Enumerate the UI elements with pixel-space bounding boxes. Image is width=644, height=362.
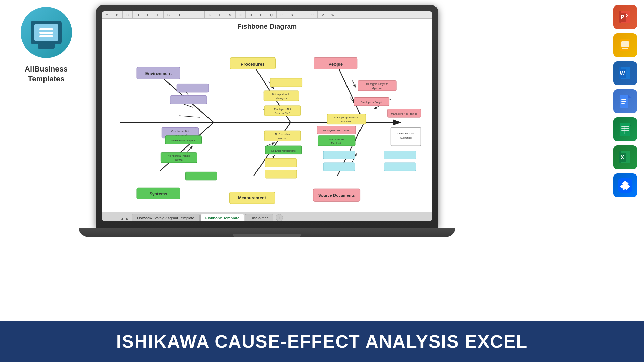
tab-arrow-right[interactable]: ▶: [125, 216, 130, 221]
svg-text:Electronic: Electronic: [331, 142, 342, 145]
col-j: J: [194, 11, 205, 19]
col-h: H: [174, 11, 184, 19]
svg-rect-72: [186, 172, 217, 180]
svg-rect-41: [170, 96, 207, 104]
tab-fishbone[interactable]: Fishbone Template: [200, 214, 244, 221]
laptop-base: [79, 228, 455, 237]
sheet-tabs: ◀ ▶ Oorzaak-GevolgVisgraat Template Fish…: [102, 212, 432, 221]
tab-add-button[interactable]: +: [276, 214, 283, 221]
svg-text:Measurement: Measurement: [238, 196, 266, 201]
tab-arrow-left[interactable]: ◀: [119, 216, 125, 221]
svg-line-18: [187, 146, 193, 153]
svg-line-15: [352, 81, 356, 88]
diagram-area: Fishbone Diagram: [102, 20, 432, 206]
word-icon[interactable]: W: [613, 61, 637, 85]
sheets-icon[interactable]: [613, 117, 637, 141]
col-w: W: [328, 11, 338, 19]
col-m: M: [225, 11, 236, 19]
tab-scroll-arrows[interactable]: ◀ ▶: [119, 216, 130, 221]
col-s: S: [287, 11, 297, 19]
svg-rect-79: [265, 170, 297, 178]
svg-text:Submitted: Submitted: [400, 136, 412, 139]
svg-marker-100: [628, 95, 631, 98]
svg-text:Approve: Approve: [372, 87, 382, 90]
svg-text:No Exception: No Exception: [275, 133, 290, 136]
col-k: K: [205, 11, 215, 19]
svg-rect-86: [323, 163, 355, 171]
svg-rect-110: [621, 130, 629, 131]
svg-text:Cost Impact Not: Cost Impact Not: [171, 130, 189, 133]
laptop-screen: [34, 24, 58, 41]
col-t: T: [297, 11, 307, 19]
right-sidebar: P P W: [613, 5, 637, 197]
col-l: L: [215, 11, 225, 19]
svg-text:Managers: Managers: [276, 96, 287, 100]
svg-text:Employees Not Trained: Employees Not Trained: [323, 129, 350, 132]
svg-text:No Exception Reports: No Exception Reports: [171, 139, 195, 142]
logo-circle: [21, 7, 72, 58]
col-u: U: [307, 11, 318, 19]
laptop-container: A B C D E F G H I J K L M N O P Q: [79, 5, 455, 251]
excel-icon[interactable]: X: [613, 145, 637, 169]
logo-lines: [39, 28, 53, 37]
col-e: E: [143, 11, 153, 19]
svg-rect-94: [622, 48, 628, 49]
col-n: N: [236, 11, 246, 19]
svg-text:Managers Not Trained: Managers Not Trained: [391, 112, 417, 115]
svg-text:P: P: [621, 14, 624, 20]
svg-rect-103: [621, 101, 626, 102]
svg-rect-40: [177, 84, 209, 92]
logo-line-2: [39, 32, 53, 34]
logo-line-1: [39, 28, 53, 30]
col-v: V: [318, 11, 328, 19]
col-c: C: [123, 11, 133, 19]
tab-oorzaak[interactable]: Oorzaak-GevolgVisgraat Template: [132, 214, 200, 221]
svg-rect-102: [621, 99, 626, 100]
svg-text:Tracking: Tracking: [278, 137, 287, 140]
col-f: F: [153, 11, 164, 19]
dropbox-icon[interactable]: [613, 173, 637, 197]
svg-text:X: X: [621, 155, 624, 160]
slides-icon[interactable]: [613, 33, 637, 57]
fishbone-diagram-svg: Environment Procedures People Systems: [106, 32, 428, 206]
bottom-banner: ISHIKAWA CAUSE-EFFECT ANALYSIS EXCEL: [0, 321, 644, 362]
svg-text:Employees Forget: Employees Forget: [361, 101, 382, 104]
svg-text:in PMS: in PMS: [175, 158, 183, 161]
svg-text:Not Important to: Not Important to: [272, 93, 290, 96]
docs-icon[interactable]: [613, 89, 637, 113]
svg-rect-84: [323, 151, 355, 159]
svg-rect-78: [265, 158, 297, 167]
laptop-icon: [31, 21, 62, 44]
col-p: P: [256, 11, 266, 19]
powerpoint-icon[interactable]: P P: [613, 5, 637, 29]
laptop-outer: A B C D E F G H I J K L M N O P Q: [96, 5, 438, 228]
svg-rect-45: [270, 78, 302, 87]
logo-line-3: [39, 35, 53, 37]
svg-rect-107: [620, 123, 630, 136]
svg-rect-83: [384, 151, 416, 159]
svg-text:Not Easy: Not Easy: [341, 120, 352, 123]
svg-text:Managers Forget to: Managers Forget to: [366, 82, 388, 86]
svg-text:No Approval Panels: No Approval Panels: [168, 154, 190, 157]
col-a: A: [102, 11, 112, 19]
svg-text:Environment: Environment: [145, 71, 172, 76]
laptop-screen-area: A B C D E F G H I J K L M N O P Q: [102, 11, 432, 221]
diagram-title: Fishbone Diagram: [237, 23, 297, 30]
svg-rect-108: [621, 126, 629, 127]
svg-text:Setup in PMS: Setup in PMS: [275, 112, 290, 115]
col-g: G: [164, 11, 174, 19]
col-r: R: [277, 11, 287, 19]
svg-text:All Copies are: All Copies are: [329, 138, 344, 141]
banner-text: ISHIKAWA CAUSE-EFFECT ANALYSIS EXCEL: [116, 331, 528, 352]
svg-text:Employees Not: Employees Not: [274, 108, 291, 111]
svg-text:People: People: [328, 62, 343, 67]
tab-disclaimer[interactable]: Disclaimer: [245, 214, 273, 221]
col-d: D: [133, 11, 143, 19]
svg-text:Procedures: Procedures: [241, 62, 265, 67]
col-i: I: [184, 11, 194, 19]
svg-text:Source Documents: Source Documents: [318, 193, 355, 197]
svg-rect-93: [621, 41, 629, 47]
col-o: O: [246, 11, 256, 19]
svg-text:No Email Notifications: No Email Notifications: [271, 149, 296, 152]
col-q: Q: [266, 11, 277, 19]
